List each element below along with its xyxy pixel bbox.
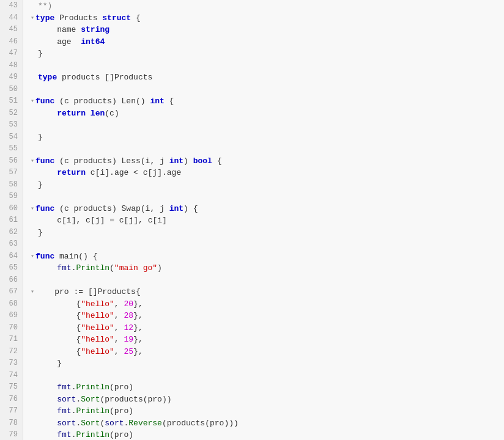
line-number: 66 (5, 274, 18, 287)
line-number: 72 (5, 346, 18, 358)
code-tokens: func (c products) Swap(i, j int) { (35, 203, 198, 215)
code-line: ▾func (c products) Len() int { (31, 95, 497, 108)
fold-arrow-icon[interactable]: ▾ (31, 251, 34, 263)
code-tokens (38, 143, 43, 155)
line-number: 57 (5, 167, 18, 179)
line-number: 62 (5, 227, 18, 239)
code-tokens: sort.Sort(products(pro)) (38, 394, 172, 406)
code-tokens: } (38, 227, 43, 239)
code-tokens: func (c products) Less(i, j int) bool { (35, 155, 221, 167)
code-line: fmt.Println(pro) (31, 381, 497, 394)
code-line: } (31, 358, 497, 370)
line-number: 63 (5, 238, 18, 251)
code-tokens (38, 370, 43, 382)
line-number: 59 (5, 191, 18, 203)
line-number: 68 (5, 298, 18, 310)
line-number: 74 (5, 370, 18, 382)
code-tokens (38, 119, 43, 131)
code-line: ▾func (c products) Swap(i, j int) { (31, 203, 497, 215)
code-tokens: {"hello", 28}, (38, 310, 143, 322)
fold-arrow-icon[interactable]: ▾ (31, 95, 34, 108)
line-number: 75 (5, 381, 18, 394)
code-tokens: fmt.Println(pro) (38, 429, 133, 440)
line-number: 58 (5, 179, 18, 191)
fold-arrow-icon[interactable]: ▾ (31, 203, 34, 215)
code-line: sort.Sort(sort.Reverse(products(pro))) (31, 417, 497, 430)
code-tokens (38, 60, 43, 72)
code-tokens: sort.Sort(sort.Reverse(products(pro))) (38, 417, 239, 430)
code-tokens: } (38, 131, 43, 144)
code-tokens (38, 84, 43, 96)
code-line: sort.Sort(products(pro)) (31, 394, 497, 406)
line-number: 65 (5, 262, 18, 274)
line-number: 50 (5, 84, 18, 96)
line-number: 67 (5, 286, 18, 298)
line-number: 51 (5, 95, 18, 108)
code-tokens: return c[i].age < c[j].age (38, 167, 181, 179)
code-tokens (38, 191, 43, 203)
code-tokens: age int64 (38, 36, 105, 48)
code-tokens: pro := []Products{ (35, 286, 141, 298)
code-line: } (31, 179, 497, 191)
code-line: ▾func (c products) Less(i, j int) bool { (31, 155, 497, 167)
code-line: return c[i].age < c[j].age (31, 167, 497, 179)
code-line: fmt.Println(pro) (31, 405, 497, 417)
code-line: {"hello", 19}, (31, 334, 497, 346)
line-number: 54 (5, 131, 18, 144)
line-number: 47 (5, 48, 18, 60)
line-number: 45 (5, 24, 18, 36)
code-tokens: {"hello", 20}, (38, 298, 143, 310)
code-tokens: func main() { (35, 251, 97, 263)
code-line: {"hello", 25}, (31, 346, 497, 358)
code-tokens: name string (38, 24, 109, 36)
line-number: 49 (5, 72, 18, 84)
code-tokens: return len(c) (38, 108, 119, 120)
line-number: 64 (5, 251, 18, 263)
line-numbers: 4344454647484950515253545556575859606162… (0, 0, 23, 440)
line-number: 78 (5, 417, 18, 430)
line-number: 43 (5, 0, 18, 12)
line-number: 71 (5, 334, 18, 346)
code-tokens: fmt.Println("main go") (38, 262, 162, 274)
code-line (31, 191, 497, 203)
code-line: return len(c) (31, 108, 497, 120)
line-number: 77 (5, 405, 18, 417)
code-line (31, 84, 497, 96)
code-line: {"hello", 20}, (31, 298, 497, 310)
line-number: 48 (5, 60, 18, 72)
code-line (31, 274, 497, 287)
code-line: age int64 (31, 36, 497, 48)
line-number: 56 (5, 155, 18, 167)
code-tokens: } (38, 48, 43, 60)
code-line: } (31, 227, 497, 239)
code-line: name string (31, 24, 497, 36)
code-content[interactable]: **)▾type Products struct { name string a… (23, 0, 504, 440)
code-line (31, 370, 497, 382)
code-tokens: } (38, 179, 43, 191)
fold-arrow-icon[interactable]: ▾ (31, 155, 34, 167)
code-tokens: func (c products) Len() int { (35, 95, 174, 108)
line-number: 70 (5, 322, 18, 334)
code-tokens: type Products struct { (35, 12, 141, 24)
code-line: c[i], c[j] = c[j], c[i] (31, 215, 497, 227)
code-editor: 4344454647484950515253545556575859606162… (0, 0, 504, 440)
line-number: 76 (5, 394, 18, 406)
code-line (31, 238, 497, 251)
line-number: 61 (5, 215, 18, 227)
line-number: 73 (5, 358, 18, 370)
code-tokens: } (38, 358, 62, 370)
code-line: fmt.Println("main go") (31, 262, 497, 274)
line-number: 46 (5, 36, 18, 48)
fold-arrow-icon[interactable]: ▾ (31, 286, 34, 298)
line-number: 60 (5, 203, 18, 215)
code-tokens: fmt.Println(pro) (38, 405, 133, 417)
fold-arrow-icon[interactable]: ▾ (31, 12, 34, 24)
code-tokens: {"hello", 25}, (38, 346, 143, 358)
code-tokens: type products []Products (38, 72, 152, 84)
code-area: 4344454647484950515253545556575859606162… (0, 0, 504, 440)
code-line (31, 119, 497, 131)
code-tokens: c[i], c[j] = c[j], c[i] (38, 215, 167, 227)
line-number: 69 (5, 310, 18, 322)
code-line: {"hello", 28}, (31, 310, 497, 322)
code-tokens: {"hello", 19}, (38, 334, 143, 346)
